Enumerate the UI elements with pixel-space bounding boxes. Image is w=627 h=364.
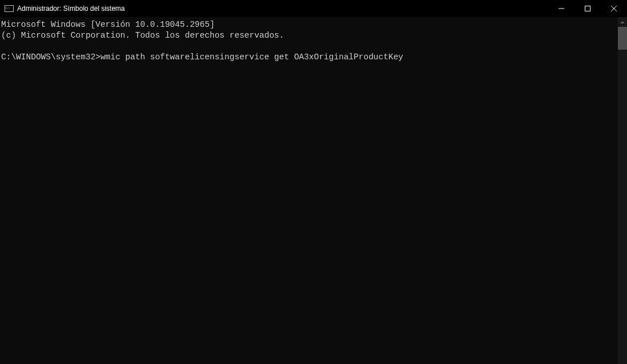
output-line: (c) Microsoft Corporation. Todos los der…: [1, 31, 284, 40]
titlebar-left: C:\ Administrador: Símbolo del sistema: [0, 4, 125, 13]
scroll-up-arrow-icon[interactable]: [618, 17, 627, 27]
titlebar[interactable]: C:\ Administrador: Símbolo del sistema: [0, 0, 627, 17]
content-area: Microsoft Windows [Versión 10.0.19045.29…: [0, 17, 627, 364]
svg-marker-6: [620, 21, 625, 23]
prompt-line: C:\WINDOWS\system32>wmic path softwareli…: [1, 52, 403, 62]
cmd-icon: C:\: [5, 4, 14, 13]
terminal-output[interactable]: Microsoft Windows [Versión 10.0.19045.29…: [0, 17, 618, 364]
close-button[interactable]: [601, 0, 627, 17]
output-line: Microsoft Windows [Versión 10.0.19045.29…: [1, 20, 215, 29]
scroll-thumb[interactable]: [618, 27, 627, 50]
vertical-scrollbar[interactable]: [618, 17, 627, 364]
command-input[interactable]: wmic path softwarelicensingservice get O…: [100, 52, 403, 62]
svg-rect-3: [585, 6, 590, 11]
minimize-button[interactable]: [548, 0, 575, 17]
svg-text:C:\: C:\: [6, 6, 10, 10]
prompt: C:\WINDOWS\system32>: [1, 52, 100, 62]
window-title: Administrador: Símbolo del sistema: [17, 5, 125, 13]
window-controls: [548, 0, 627, 17]
maximize-button[interactable]: [575, 0, 601, 17]
svg-rect-2: [559, 9, 564, 9]
cmd-window: C:\ Administrador: Símbolo del sistema M…: [0, 0, 627, 364]
